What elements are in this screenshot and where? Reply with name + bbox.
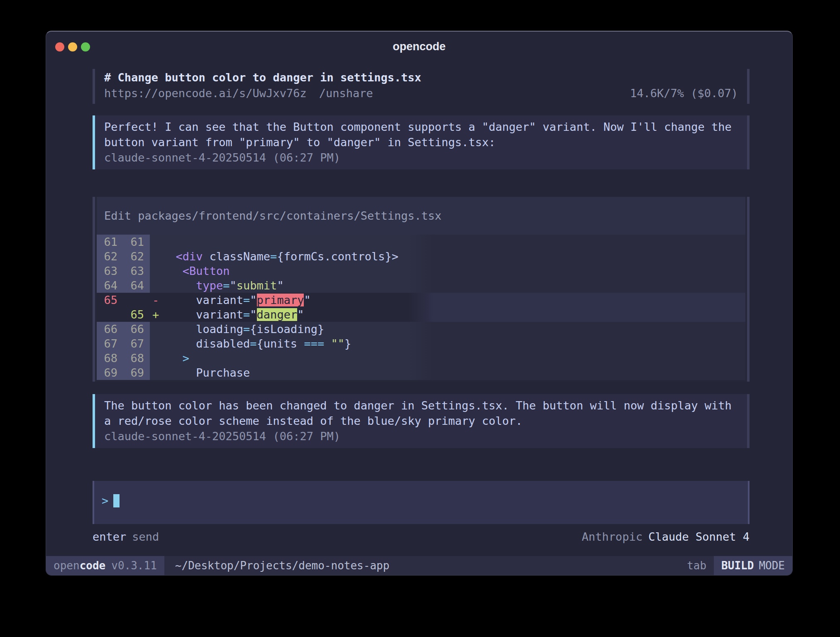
diff-old-line-number: 65 (97, 293, 123, 307)
diff-old-line-number: 69 (97, 365, 123, 380)
diff-code-line: <div className={formCs.controls}> (162, 249, 398, 264)
app-name-open: open (54, 559, 80, 572)
diff-new-line-number: 69 (123, 365, 150, 380)
assistant-message: Perfect! I can see that the Button compo… (93, 115, 750, 169)
diff-old-line-number: 61 (97, 235, 123, 249)
diff-new-line-number: 62 (123, 249, 150, 264)
diff-old-line-number (97, 307, 123, 322)
message-line: button variant from "primary" to "danger… (104, 135, 738, 150)
app-name-code: code (80, 559, 106, 572)
enter-key-hint: enter (93, 530, 126, 543)
edit-tool-header: Edit packages/frontend/src/containers/Se… (97, 197, 745, 235)
diff-row: 6868 > (97, 351, 745, 365)
diff-marker-spacer (150, 278, 162, 293)
diff-marker-spacer (150, 264, 162, 278)
diff-removed-marker: - (150, 293, 162, 307)
diff-row: 65+ variant="danger" (97, 307, 745, 322)
diff-marker-spacer (150, 365, 162, 380)
diff-new-line-number: 68 (123, 351, 150, 365)
diff-old-line-number: 68 (97, 351, 123, 365)
diff-marker-spacer (150, 249, 162, 264)
diff-old-line-number: 63 (97, 264, 123, 278)
message-text: Perfect! I can see that the Button compo… (104, 119, 738, 150)
edit-tool-block: Edit packages/frontend/src/containers/Se… (93, 197, 750, 382)
message-line: The button color has been changed to dan… (104, 398, 738, 413)
diff-marker-spacer (150, 322, 162, 336)
diff-new-line-number: 61 (123, 235, 150, 249)
session-header: # Change button color to danger in setti… (93, 69, 750, 104)
diff-code-line: variant="danger" (162, 307, 304, 322)
diff-row: 65- variant="primary" (97, 293, 745, 307)
diff-new-line-number: 66 (123, 322, 150, 336)
diff-row: 6767 disabled={units === ""} (97, 336, 745, 351)
diff-new-line-number: 67 (123, 336, 150, 351)
diff-new-line-number (123, 293, 150, 307)
model-indicator: AnthropicClaude Sonnet 4 (582, 530, 750, 544)
send-hint: entersend (93, 530, 159, 544)
diff-code-line: > (162, 351, 189, 365)
diff-marker-spacer (150, 351, 162, 365)
diff-row: 6464 type="submit" (97, 278, 745, 293)
prompt-chevron-icon: > (102, 494, 108, 507)
provider-label: Anthropic (582, 530, 642, 543)
diff-row: 6262 <div className={formCs.controls}> (97, 249, 745, 264)
prompt-input[interactable]: > (93, 481, 750, 524)
diff-code-line: variant="primary" (162, 293, 311, 307)
message-line: a red/rose color scheme instead of the b… (104, 413, 738, 429)
diff-row: 6666 loading={isLoading} (97, 322, 745, 336)
text-cursor (113, 494, 120, 507)
diff-marker-spacer (150, 336, 162, 351)
send-action-label: send (132, 530, 159, 543)
tab-key-hint: tab (687, 556, 706, 575)
diff-row: 6363 <Button (97, 264, 745, 278)
status-bar: opencodev0.3.11 ~/Desktop/Projects/demo-… (46, 556, 792, 575)
diff-code-line: <Button (162, 264, 230, 278)
removed-word-highlight: primary (257, 294, 304, 306)
diff-new-line-number: 63 (123, 264, 150, 278)
diff-marker-spacer (150, 235, 162, 249)
main-content: # Change button color to danger in setti… (46, 69, 792, 544)
message-text: The button color has been changed to dan… (104, 398, 738, 429)
diff-code-line: disabled={units === ""} (162, 336, 351, 351)
diff-new-line-number: 65 (123, 307, 150, 322)
share-url-link[interactable]: https://opencode.ai/s/UwJxv76z (104, 86, 307, 101)
diff-old-line-number: 64 (97, 278, 123, 293)
working-directory: ~/Desktop/Projects/demo-notes-app (175, 556, 390, 575)
diff-new-line-number: 64 (123, 278, 150, 293)
assistant-message: The button color has been changed to dan… (93, 394, 750, 448)
diff-old-line-number: 62 (97, 249, 123, 264)
diff-code-line: type="submit" (162, 278, 284, 293)
opencode-terminal-window: opencode # Change button color to danger… (46, 31, 793, 576)
diff-added-marker: + (150, 307, 162, 322)
diff-row: 6969 Purchase (97, 365, 745, 380)
diff-old-line-number: 67 (97, 336, 123, 351)
input-hint-row: entersend AnthropicClaude Sonnet 4 (93, 530, 750, 544)
app-version-chip: opencodev0.3.11 (46, 556, 164, 575)
diff-row: 6161 (97, 235, 745, 249)
diff-old-line-number: 66 (97, 322, 123, 336)
token-usage-cost: 14.6K/7% ($0.07) (630, 86, 738, 101)
mode-name: BUILD (721, 559, 754, 572)
mode-label: MODE (759, 559, 785, 572)
window-title: opencode (46, 32, 792, 61)
message-line: Perfect! I can see that the Button compo… (104, 119, 738, 135)
app-version: v0.3.11 (111, 559, 157, 572)
unshare-command[interactable]: /unshare (319, 86, 373, 101)
model-name-label: Claude Sonnet 4 (648, 530, 750, 543)
session-title: # Change button color to danger in setti… (104, 70, 747, 86)
diff-view: 61616262 <div className={formCs.controls… (97, 235, 745, 382)
window-titlebar: opencode (46, 32, 792, 61)
diff-code-line: loading={isLoading} (162, 322, 324, 336)
diff-code-line: Purchase (162, 365, 250, 380)
message-model-timestamp: claude-sonnet-4-20250514 (06:27 PM) (104, 429, 738, 444)
added-word-highlight: danger (257, 308, 298, 321)
build-mode-toggle[interactable]: BUILDMODE (714, 556, 792, 575)
message-model-timestamp: claude-sonnet-4-20250514 (06:27 PM) (104, 150, 738, 165)
